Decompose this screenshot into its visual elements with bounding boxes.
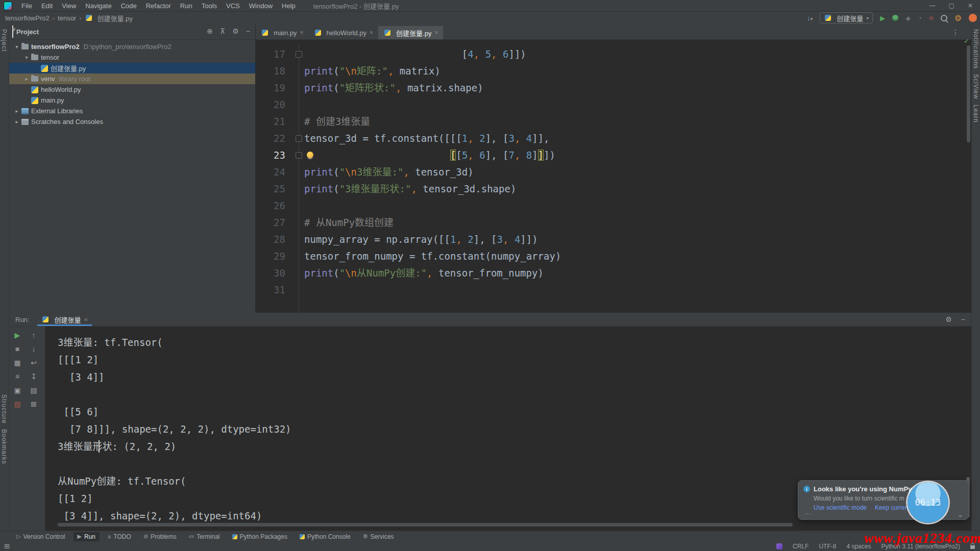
run-tab[interactable]: 创建张量 × <box>37 313 92 326</box>
menu-code[interactable]: Code <box>116 1 141 11</box>
close-icon[interactable]: × <box>84 316 88 323</box>
scroll-to-end-icon[interactable]: ↧ <box>31 372 37 381</box>
close-icon[interactable]: × <box>370 29 373 36</box>
maximize-button[interactable]: ▢ <box>949 2 954 9</box>
scroll-up-icon[interactable]: ↑ <box>32 331 36 340</box>
minimize-button[interactable]: — <box>929 2 936 9</box>
menu-window[interactable]: Window <box>244 1 277 11</box>
code-line: print("\n矩阵:", matrix) <box>304 63 440 80</box>
settings-menu-icon[interactable]: ≡ <box>15 372 19 381</box>
services-icon: ⚙ <box>363 533 368 540</box>
menu-vcs[interactable]: VCS <box>222 1 244 11</box>
breadcrumb-item[interactable]: tensor <box>58 14 76 22</box>
keep-current-mode-link[interactable]: Keep curren <box>875 504 908 511</box>
collapse-all-icon[interactable]: ⊼ <box>220 27 225 35</box>
rerun-icon[interactable]: ▶ <box>15 331 20 340</box>
breadcrumb-item[interactable]: 创建张量.py <box>97 13 133 23</box>
hide-panel-icon[interactable]: − <box>961 315 965 323</box>
toolwindow-button-terminal[interactable]: ▭Terminal <box>185 532 224 541</box>
close-icon[interactable]: × <box>434 29 438 36</box>
search-everywhere-icon[interactable] <box>941 15 947 21</box>
menu-view[interactable]: View <box>57 1 81 11</box>
tool-stripe-label-bookmarks[interactable]: Bookmarks <box>1 429 8 464</box>
close-icon[interactable]: × <box>300 29 304 36</box>
coverage-button[interactable]: ◈ <box>905 15 911 21</box>
toolwindow-button-todo[interactable]: ≡TODO <box>104 532 135 541</box>
debug-button[interactable] <box>892 15 898 21</box>
pin-tab-icon[interactable]: ▣ <box>14 386 20 395</box>
scroll-down-icon[interactable]: ↓ <box>32 344 36 354</box>
menu-tools[interactable]: Tools <box>197 1 222 11</box>
tree-row[interactable]: ▸venvlibrary root <box>9 73 255 84</box>
tool-stripe-label-learn[interactable]: Learn <box>972 105 979 123</box>
tree-row[interactable]: helloWorld.py <box>9 84 255 95</box>
toolwindow-button-services[interactable]: ⚙Services <box>359 532 398 541</box>
use-scientific-mode-link[interactable]: Use scientific mode <box>814 504 867 511</box>
line-ending-indicator[interactable]: CRLF <box>793 543 808 550</box>
close-tab-icon[interactable]: ▨ <box>14 399 20 409</box>
tree-row[interactable]: ▾tensorflowPro2D:\python_pro\tensorflowP… <box>9 41 255 52</box>
console-line: [3 4]], shape=(2, 2), dtype=int64) <box>58 507 262 524</box>
stop-button[interactable]: ■ <box>929 14 933 21</box>
encoding-indicator[interactable]: UTF-8 <box>819 543 836 550</box>
run-config-dropdown[interactable]: 创建张量 ▾ <box>820 12 873 23</box>
toolwindow-button-version-control[interactable]: ▷Version Control <box>12 532 69 541</box>
tree-chevron-icon: ▸ <box>13 119 20 124</box>
toolwindow-button-python-packages[interactable]: Python Packages <box>228 532 291 541</box>
close-button[interactable]: ✕ <box>968 2 973 9</box>
settings-gear-icon[interactable]: ⚙ <box>954 13 962 23</box>
tool-stripe-label-sciview[interactable]: SciView <box>972 74 979 99</box>
gear-icon[interactable]: ⚙ <box>945 315 952 323</box>
print-output-icon[interactable]: ▤ <box>30 386 37 395</box>
profiler-button[interactable]: ◔ <box>918 15 922 21</box>
stop-icon[interactable]: ■ <box>15 344 19 354</box>
menu-file[interactable]: File <box>17 1 37 11</box>
py-icon <box>41 65 48 72</box>
editor-tab[interactable]: helloWorld.py× <box>309 26 379 39</box>
menu-refactor[interactable]: Refactor <box>141 1 176 11</box>
tree-row[interactable]: ▸External Libraries <box>9 106 255 116</box>
hide-panel-icon[interactable]: − <box>246 27 250 35</box>
menu-edit[interactable]: Edit <box>37 1 57 11</box>
toolwindow-button-python-console[interactable]: Python Console <box>296 532 355 541</box>
restore-layout-icon[interactable]: ▦ <box>14 358 20 367</box>
toolwindow-button-run[interactable]: ▶Run <box>74 532 100 541</box>
toolwindow-button-problems[interactable]: ⊘Problems <box>139 532 181 541</box>
tool-window-quick-access-icon[interactable]: ⊞ <box>4 542 10 550</box>
tree-row[interactable]: ▸Scratches and Consoles <box>9 116 255 127</box>
notification-more-icon[interactable]: ⋯ <box>804 510 811 517</box>
fold-marker-icon[interactable] <box>296 135 302 142</box>
tree-row[interactable]: main.py <box>9 95 255 106</box>
run-button[interactable]: ▶ <box>880 15 885 21</box>
soft-wrap-icon[interactable]: ↩ <box>31 358 37 367</box>
line-number: 19 <box>265 80 285 96</box>
gear-icon[interactable]: ⚙ <box>232 27 239 35</box>
locate-icon[interactable]: ⊕ <box>207 27 213 35</box>
editor-tab[interactable]: 创建张量.py× <box>378 26 443 39</box>
notification-collapse-icon[interactable]: ⌄ <box>958 511 963 518</box>
tool-stripe-label-project[interactable]: Project <box>1 29 8 52</box>
tool-stripe-label-notifications[interactable]: Notifications <box>972 29 979 69</box>
tree-row[interactable]: 创建张量.py <box>9 63 255 73</box>
editor-tab[interactable]: main.py× <box>256 26 309 39</box>
menu-navigate[interactable]: Navigate <box>81 1 116 11</box>
console-hscrollbar[interactable] <box>58 523 793 527</box>
editor-options-icon[interactable]: ⋮ <box>952 28 959 36</box>
fold-marker-icon[interactable] <box>296 152 302 159</box>
menu-help[interactable]: Help <box>277 1 300 11</box>
console-line: 3维张量: tf.Tensor( <box>58 334 163 351</box>
editor-area[interactable]: main.py×helloWorld.py×创建张量.py× ⋮ ✓ 17 [4… <box>256 24 971 313</box>
menu-run[interactable]: Run <box>176 1 197 11</box>
breadcrumb-item[interactable]: tensorflowPro2 <box>5 14 50 22</box>
update-project-icon[interactable]: ↓▾ <box>807 14 813 21</box>
code-line: tensor_3d = tf.constant([[[1, 2], [3, 4]… <box>304 130 550 147</box>
tool-stripe-label-structure[interactable]: Structure <box>1 394 8 424</box>
profile-avatar[interactable] <box>969 14 977 22</box>
fold-marker-icon[interactable] <box>296 51 302 58</box>
editor-scrollbar[interactable] <box>967 45 970 142</box>
run-icon: ▶ <box>78 533 82 540</box>
pycharm-logo-icon <box>4 2 12 10</box>
clear-all-icon[interactable]: ⊠ <box>31 399 37 409</box>
tree-row[interactable]: ▾tensor <box>9 52 255 63</box>
chevron-down-icon[interactable]: ▾ <box>12 26 13 38</box>
